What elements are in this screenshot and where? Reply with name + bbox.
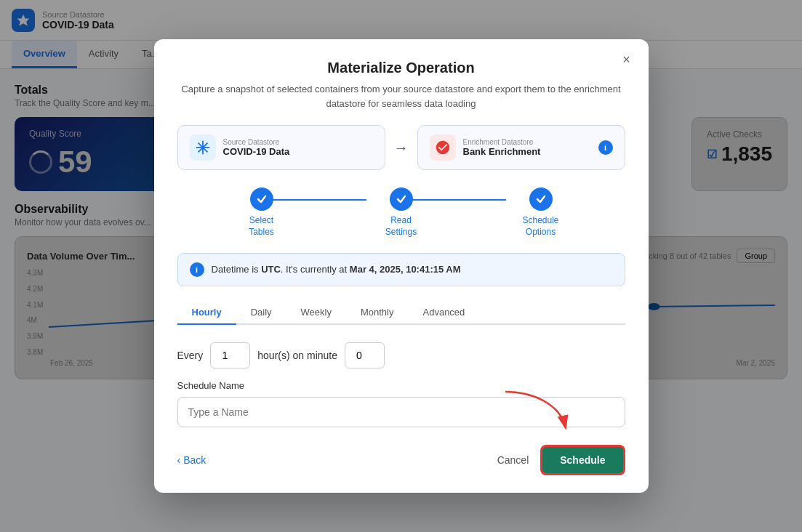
source-ds-label: Source Datastore xyxy=(223,138,290,146)
step-check-1 xyxy=(250,188,273,211)
tab-daily[interactable]: Daily xyxy=(236,301,286,325)
step-check-3 xyxy=(529,188,553,211)
schedule-name-section: Schedule Name xyxy=(177,380,625,427)
schedule-btn-wrapper: Schedule xyxy=(540,445,625,475)
minute-input[interactable] xyxy=(345,342,385,368)
modal-title: Materialize Operation xyxy=(177,60,625,76)
flow-arrow-icon: → xyxy=(394,140,409,156)
back-chevron-icon: ‹ xyxy=(177,454,181,466)
schedule-tabs: Hourly Daily Weekly Monthly Advanced xyxy=(177,301,625,325)
enrichment-ds-name: Bank Enrichment xyxy=(463,146,541,157)
cancel-button[interactable]: Cancel xyxy=(497,454,529,466)
step-label-1: SelectTables xyxy=(249,215,274,238)
steps-container: SelectTables ReadSettings Sc xyxy=(177,188,625,238)
hourly-form: Every hour(s) on minute xyxy=(177,336,625,380)
tab-advanced[interactable]: Advanced xyxy=(409,301,480,325)
schedule-name-label: Schedule Name xyxy=(177,380,625,391)
step-select-tables: SelectTables xyxy=(227,188,297,238)
schedule-button[interactable]: Schedule xyxy=(540,445,625,475)
enrichment-info-button[interactable]: i xyxy=(598,140,613,155)
modal-dialog: × Materialize Operation Capture a snapsh… xyxy=(154,39,649,492)
step-check-2 xyxy=(390,188,413,211)
modal-description: Capture a snapshot of selected container… xyxy=(177,82,625,110)
tab-monthly[interactable]: Monthly xyxy=(346,301,409,325)
close-button[interactable]: × xyxy=(617,49,637,70)
step-label-3: ScheduleOptions xyxy=(522,215,558,238)
back-button[interactable]: ‹ Back xyxy=(177,454,206,466)
step-schedule-options: ScheduleOptions xyxy=(506,188,576,238)
steps-inner: SelectTables ReadSettings Sc xyxy=(227,188,576,238)
background-page: Source Datastore COVID-19 Data Overview … xyxy=(0,0,802,532)
modal-footer: ‹ Back Cancel xyxy=(177,445,625,475)
enrichment-datastore-box: Enrichment Datastore Bank Enrichment i xyxy=(417,125,625,170)
modal-overlay: × Materialize Operation Capture a snapsh… xyxy=(0,0,802,532)
footer-right: Cancel Schedule xyxy=(497,445,625,475)
schedule-name-input[interactable] xyxy=(177,397,625,427)
datastore-flow: Source Datastore COVID-19 Data → Enrichm… xyxy=(177,125,625,170)
step-label-2: ReadSettings xyxy=(385,215,417,238)
snowflake-icon xyxy=(190,134,216,161)
every-label: Every xyxy=(177,350,204,361)
enrichment-ds-label: Enrichment Datastore xyxy=(463,138,541,146)
tab-weekly[interactable]: Weekly xyxy=(286,301,346,325)
info-icon: i xyxy=(190,262,204,277)
every-hours-input[interactable] xyxy=(210,342,250,368)
info-banner: i Datetime is UTC. It's currently at Mar… xyxy=(177,253,625,286)
hours-label: hour(s) on minute xyxy=(257,350,337,361)
enrichment-icon xyxy=(430,134,456,161)
step-read-settings: ReadSettings xyxy=(366,188,436,238)
source-datastore-box: Source Datastore COVID-19 Data xyxy=(177,125,385,170)
source-ds-name: COVID-19 Data xyxy=(223,146,290,157)
tab-hourly[interactable]: Hourly xyxy=(177,301,236,325)
info-text: Datetime is UTC. It's currently at Mar 4… xyxy=(212,264,461,275)
